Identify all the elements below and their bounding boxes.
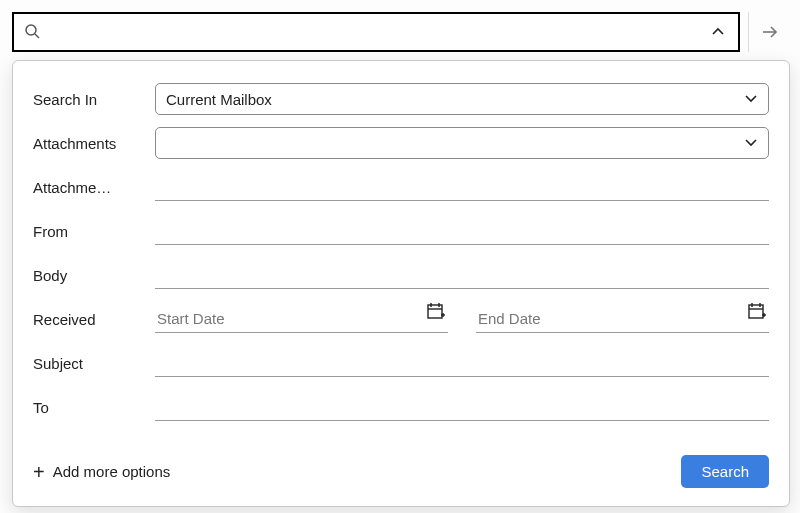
add-more-options-button[interactable]: + Add more options — [33, 462, 170, 482]
chevron-down-icon — [744, 135, 758, 152]
from-input[interactable] — [155, 217, 769, 245]
row-received: Received — [33, 297, 769, 341]
advanced-search-body: Search In Current Mailbox Attachments — [12, 60, 790, 507]
received-start-input[interactable] — [155, 305, 448, 333]
to-input[interactable] — [155, 393, 769, 421]
label-attachment-contains: Attachme… — [33, 179, 155, 196]
search-in-dropdown[interactable]: Current Mailbox — [155, 83, 769, 115]
received-end-input[interactable] — [476, 305, 769, 333]
label-attachments: Attachments — [33, 135, 155, 152]
svg-rect-3 — [428, 305, 442, 318]
label-from: From — [33, 223, 155, 240]
attachment-contains-input[interactable] — [155, 173, 769, 201]
row-subject: Subject — [33, 341, 769, 385]
label-to: To — [33, 399, 155, 416]
panel-footer: + Add more options Search — [33, 455, 769, 488]
label-received: Received — [33, 311, 155, 328]
search-button[interactable]: Search — [681, 455, 769, 488]
row-to: To — [33, 385, 769, 429]
svg-rect-9 — [749, 305, 763, 318]
subject-input[interactable] — [155, 349, 769, 377]
arrow-right-icon — [760, 22, 780, 42]
search-in-selected: Current Mailbox — [166, 91, 744, 108]
attachments-dropdown[interactable] — [155, 127, 769, 159]
chevron-down-icon — [744, 91, 758, 108]
go-button[interactable] — [748, 12, 790, 52]
collapse-advanced-button[interactable] — [704, 18, 732, 46]
advanced-search-panel: Search In Current Mailbox Attachments — [0, 0, 800, 513]
row-attachments: Attachments — [33, 121, 769, 165]
label-subject: Subject — [33, 355, 155, 372]
row-body: Body — [33, 253, 769, 297]
received-start-field — [155, 305, 448, 333]
label-body: Body — [33, 267, 155, 284]
calendar-add-icon[interactable] — [426, 301, 446, 324]
add-more-options-label: Add more options — [53, 463, 171, 480]
row-attachment-contains: Attachme… — [33, 165, 769, 209]
plus-icon: + — [33, 462, 45, 482]
row-from: From — [33, 209, 769, 253]
svg-point-0 — [26, 25, 36, 35]
search-input[interactable] — [48, 14, 696, 50]
search-icon — [24, 23, 40, 42]
received-end-field — [476, 305, 769, 333]
chevron-up-icon — [711, 25, 725, 39]
search-box[interactable] — [12, 12, 740, 52]
calendar-add-icon[interactable] — [747, 301, 767, 324]
label-search-in: Search In — [33, 91, 155, 108]
body-input[interactable] — [155, 261, 769, 289]
svg-line-1 — [35, 34, 39, 38]
row-search-in: Search In Current Mailbox — [33, 77, 769, 121]
search-bar-row — [0, 0, 800, 52]
